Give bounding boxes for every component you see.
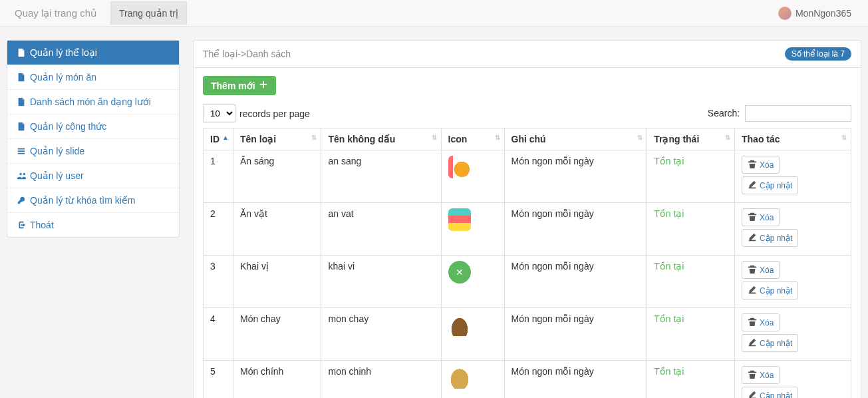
admin-tab[interactable]: Trang quản trị	[110, 1, 187, 25]
category-icon	[448, 208, 471, 231]
cell-slug: mon chay	[321, 308, 441, 361]
cell-icon	[441, 361, 504, 399]
cell-slug: khai vi	[321, 256, 441, 308]
user-menu[interactable]: MonNgon365	[778, 7, 861, 20]
cell-name: Ăn sáng	[233, 150, 321, 203]
top-navbar: Quay lại trang chủ Trang quản trị MonNgo…	[0, 0, 868, 27]
edit-icon	[748, 337, 757, 349]
th-action[interactable]: Thao tác⇅	[735, 128, 851, 150]
cell-actions: XóaCập nhật	[735, 256, 851, 308]
cell-status: Tồn tại	[647, 361, 735, 399]
cell-status: Tồn tại	[647, 308, 735, 361]
sidebar-item-label: Quản lý công thức	[30, 121, 106, 132]
update-label: Cập nhật	[760, 391, 792, 399]
key-icon	[17, 196, 26, 205]
cell-note: Món ngon mỗi ngày	[504, 150, 647, 203]
trash-icon	[748, 317, 757, 328]
cell-slug: an sang	[321, 150, 441, 203]
cell-name: Món chính	[233, 361, 321, 399]
cell-icon	[441, 150, 504, 203]
category-icon	[448, 156, 471, 178]
users-icon	[17, 171, 26, 180]
status-badge: Tồn tại	[654, 366, 684, 377]
delete-button[interactable]: Xóa	[742, 313, 780, 331]
sidebar-item-1[interactable]: Quản lý món ăn	[7, 65, 179, 90]
update-button[interactable]: Cập nhật	[742, 334, 798, 352]
update-button[interactable]: Cập nhật	[742, 229, 798, 247]
sidebar-item-5[interactable]: Quản lý user	[7, 164, 179, 188]
sort-icon: ⇅	[637, 134, 643, 141]
add-button-label: Thêm mới	[211, 81, 255, 91]
delete-button[interactable]: Xóa	[742, 208, 780, 226]
update-label: Cập nhật	[760, 339, 792, 348]
trash-icon	[748, 264, 757, 276]
file-icon	[17, 73, 26, 82]
file-icon	[17, 122, 26, 131]
table-row: 3Khai vịkhai viMón ngon mỗi ngàyTồn tạiX…	[204, 256, 851, 308]
update-button[interactable]: Cập nhật	[742, 387, 798, 398]
home-link[interactable]: Quay lại trang chủ	[7, 1, 105, 26]
cell-actions: XóaCập nhật	[735, 150, 851, 203]
th-id[interactable]: ID▲	[204, 128, 233, 150]
sidebar-item-3[interactable]: Quản lý công thức	[7, 114, 179, 139]
sidebar-item-6[interactable]: Quản lý từ khóa tìm kiếm	[7, 188, 179, 213]
cell-name: Món chay	[233, 308, 321, 361]
content-panel: Thể loại->Danh sách Số thể loại là 7 Thê…	[193, 40, 861, 398]
categories-table: ID▲ Tên loại⇅ Tên không dấu⇅ Icon⇅ Ghi c…	[203, 128, 851, 398]
sort-icon: ⇅	[495, 134, 500, 141]
update-button[interactable]: Cập nhật	[742, 176, 798, 194]
status-badge: Tồn tại	[654, 208, 684, 219]
search-input[interactable]	[745, 105, 851, 122]
category-icon	[448, 366, 471, 389]
sidebar-item-0[interactable]: Quản lý thể loại	[7, 41, 179, 65]
delete-button[interactable]: Xóa	[742, 261, 780, 279]
cell-note: Món ngon mỗi ngày	[504, 361, 647, 399]
sort-icon: ⇅	[432, 134, 437, 141]
cell-note: Món ngon mỗi ngày	[504, 256, 647, 308]
delete-button[interactable]: Xóa	[742, 156, 780, 174]
sidebar-item-label: Quản lý thể loại	[30, 47, 97, 58]
status-badge: Tồn tại	[654, 261, 684, 272]
update-button[interactable]: Cập nhật	[742, 282, 798, 299]
sidebar-item-2[interactable]: Danh sách món ăn dạng lưới	[7, 90, 179, 114]
avatar	[778, 7, 792, 20]
page-size-select[interactable]: 10	[203, 104, 235, 122]
cell-status: Tồn tại	[647, 256, 735, 308]
edit-icon	[748, 285, 757, 296]
table-row: 2Ăn vặtan vatMón ngon mỗi ngàyTồn tạiXóa…	[204, 203, 851, 256]
update-label: Cập nhật	[760, 234, 792, 243]
th-icon[interactable]: Icon⇅	[441, 128, 504, 150]
table-row: 5Món chínhmon chinhMón ngon mỗi ngàyTồn …	[204, 361, 851, 399]
table-row: 1Ăn sángan sangMón ngon mỗi ngàyTồn tạiX…	[204, 150, 851, 203]
cell-status: Tồn tại	[647, 203, 735, 256]
delete-button[interactable]: Xóa	[742, 366, 780, 384]
search-label: Search:	[708, 108, 740, 118]
th-slug[interactable]: Tên không dấu⇅	[321, 128, 441, 150]
file-icon	[17, 48, 26, 57]
sidebar-item-label: Danh sách món ăn dạng lưới	[30, 97, 151, 107]
th-name[interactable]: Tên loại⇅	[233, 128, 321, 150]
cell-icon	[441, 203, 504, 256]
trash-icon	[748, 369, 757, 381]
status-badge: Tồn tại	[654, 156, 684, 166]
file-icon	[17, 97, 26, 106]
sidebar-item-4[interactable]: Quản lý slide	[7, 139, 179, 164]
sidebar-item-7[interactable]: Thoát	[7, 213, 179, 237]
cell-note: Món ngon mỗi ngày	[504, 203, 647, 256]
delete-label: Xóa	[760, 371, 774, 380]
sort-asc-icon: ▲	[222, 134, 229, 141]
table-row: 4Món chaymon chayMón ngon mỗi ngàyTồn tạ…	[204, 308, 851, 361]
cell-id: 3	[204, 256, 233, 308]
cell-icon	[441, 256, 504, 308]
status-badge: Tồn tại	[654, 313, 684, 324]
sort-icon: ⇅	[311, 134, 317, 141]
sidebar-item-label: Quản lý user	[30, 170, 84, 181]
th-note[interactable]: Ghi chú⇅	[504, 128, 647, 150]
add-button[interactable]: Thêm mới	[203, 76, 276, 95]
update-label: Cập nhật	[760, 286, 792, 296]
edit-icon	[748, 390, 757, 398]
delete-label: Xóa	[760, 160, 774, 170]
sidebar-item-label: Thoát	[30, 220, 54, 230]
th-status[interactable]: Trạng thái⇅	[647, 128, 735, 150]
edit-icon	[748, 180, 757, 191]
